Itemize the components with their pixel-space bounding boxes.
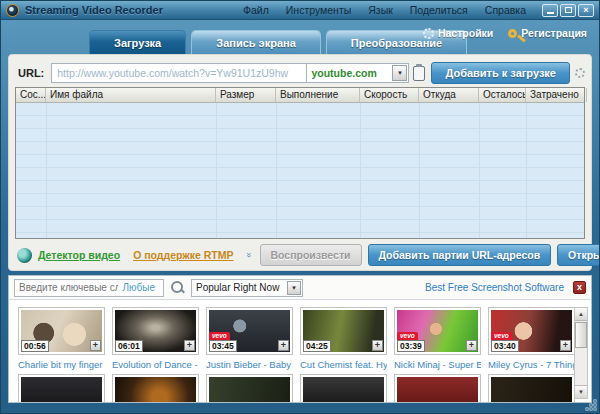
video-row-2-partial bbox=[18, 374, 571, 402]
video-title[interactable]: Justin Bieber - Baby f... bbox=[206, 359, 293, 370]
rtmp-support-link[interactable]: О поддержке RTMP bbox=[133, 249, 233, 261]
settings-label: Настройки bbox=[438, 27, 493, 39]
key-icon bbox=[508, 29, 517, 38]
search-bar: Любые Popular Right Now ▼ Best Free Scre… bbox=[9, 276, 591, 300]
column-header-filename[interactable]: Имя файла bbox=[46, 88, 216, 102]
column-header-source[interactable]: Откуда bbox=[419, 88, 479, 102]
scrollbar[interactable]: ▲ ▼ bbox=[574, 307, 588, 399]
video-thumbnail[interactable]: vevo 03:39 + bbox=[394, 307, 481, 355]
video-title[interactable]: Charlie bit my finger -... bbox=[18, 359, 105, 370]
category-selector[interactable]: Popular Right Now ▼ bbox=[191, 279, 303, 297]
url-bar: URL: youtube.com ▼ Добавить к загрузке bbox=[15, 61, 585, 85]
filter-dropdown[interactable]: Любые bbox=[122, 282, 163, 293]
column-header-progress[interactable]: Выполнение bbox=[276, 88, 360, 102]
video-browser-panel: Любые Popular Right Now ▼ Best Free Scre… bbox=[8, 275, 592, 403]
paste-icon[interactable] bbox=[413, 66, 425, 81]
menu-share[interactable]: Поделиться bbox=[410, 4, 468, 16]
video-results-area: 00:56 + Charlie bit my finger -... 06:01… bbox=[9, 300, 591, 402]
scroll-up-icon: ▲ bbox=[578, 311, 584, 317]
app-logo-icon bbox=[6, 4, 19, 17]
duration-badge: 06:01 bbox=[115, 340, 143, 352]
tab-strip: Загрузка Запись экрана Преобразование На… bbox=[1, 20, 599, 54]
ad-close-button[interactable]: x bbox=[573, 281, 586, 294]
video-card[interactable]: vevo 03:45 + Justin Bieber - Baby f... bbox=[206, 307, 293, 370]
close-icon: × bbox=[583, 6, 588, 15]
video-thumbnail[interactable]: 00:56 + bbox=[18, 307, 105, 355]
settings-button[interactable]: Настройки bbox=[423, 27, 493, 39]
add-to-download-button[interactable]: Добавить к загрузке bbox=[431, 62, 570, 84]
video-card[interactable]: vevo 03:40 + Miley Cyrus - 7 Things bbox=[488, 307, 575, 370]
download-table: Сос... Имя файла Размер Выполнение Скоро… bbox=[15, 87, 585, 239]
video-thumbnail[interactable]: 04:25 + bbox=[300, 307, 387, 355]
play-button[interactable]: Воспроизвести bbox=[260, 244, 362, 266]
registration-label: Регистрация bbox=[521, 27, 587, 39]
column-header-status[interactable]: Сос... bbox=[16, 88, 46, 102]
video-detector-link[interactable]: Детектор видео bbox=[38, 249, 120, 261]
open-folder-button[interactable]: Открыть папку bbox=[557, 244, 600, 266]
video-title[interactable]: Evolution of Dance - ... bbox=[112, 359, 199, 370]
column-header-speed[interactable]: Скорость bbox=[360, 88, 419, 102]
batch-url-button[interactable]: Добавить партии URL-адресов bbox=[368, 244, 552, 266]
table-header: Сос... Имя файла Размер Выполнение Скоро… bbox=[16, 88, 584, 103]
column-header-remaining[interactable]: Осталось bbox=[479, 88, 526, 102]
column-header-elapsed[interactable]: Затрачено bbox=[526, 88, 587, 102]
video-title[interactable]: Miley Cyrus - 7 Things bbox=[488, 359, 575, 370]
video-thumbnail[interactable] bbox=[18, 374, 105, 402]
minimize-button[interactable] bbox=[542, 4, 558, 17]
video-thumbnail[interactable]: vevo 03:45 + bbox=[206, 307, 293, 355]
menu-language[interactable]: Язык bbox=[368, 4, 393, 16]
add-video-button[interactable]: + bbox=[278, 340, 289, 351]
url-input[interactable] bbox=[51, 63, 307, 83]
ad-link[interactable]: Best Free Screenshot Software bbox=[425, 282, 564, 293]
search-icon[interactable] bbox=[171, 281, 184, 294]
video-thumbnail[interactable] bbox=[300, 374, 387, 402]
duration-badge: 03:40 bbox=[491, 340, 519, 352]
thumbnail-image bbox=[115, 377, 196, 402]
panel-footer-bar: Детектор видео О поддержке RTMP » Воспро… bbox=[15, 244, 585, 266]
scroll-down-button[interactable]: ▼ bbox=[575, 385, 587, 398]
video-detector-icon bbox=[17, 248, 32, 263]
registration-button[interactable]: Регистрация bbox=[508, 27, 587, 39]
add-video-button[interactable]: + bbox=[466, 340, 477, 351]
tab-download-label: Загрузка bbox=[114, 37, 161, 49]
close-button[interactable]: × bbox=[578, 4, 594, 17]
video-thumbnail[interactable] bbox=[112, 374, 199, 402]
collapse-panel-icon[interactable]: » bbox=[244, 252, 254, 257]
tab-download[interactable]: Загрузка bbox=[89, 30, 186, 54]
window-controls: × bbox=[542, 4, 594, 17]
search-input[interactable] bbox=[15, 282, 122, 293]
category-dropdown-button[interactable]: ▼ bbox=[287, 281, 301, 295]
thumbnail-image bbox=[491, 377, 572, 402]
scroll-up-button[interactable]: ▲ bbox=[575, 308, 587, 321]
video-thumbnail[interactable] bbox=[488, 374, 575, 402]
site-selector[interactable]: youtube.com ▼ bbox=[307, 63, 409, 83]
add-video-button[interactable]: + bbox=[372, 340, 383, 351]
tab-screen-record-label: Запись экрана bbox=[216, 37, 296, 49]
table-body-empty[interactable] bbox=[16, 103, 584, 238]
video-title[interactable]: Nicki Minaj - Super Bass bbox=[394, 359, 481, 370]
video-card[interactable]: 06:01 + Evolution of Dance - ... bbox=[112, 307, 199, 370]
scrollbar-thumb[interactable] bbox=[575, 322, 587, 348]
site-selector-dropdown-button[interactable]: ▼ bbox=[392, 65, 407, 81]
menu-file[interactable]: Файл bbox=[243, 4, 269, 16]
video-thumbnail[interactable]: 06:01 + bbox=[112, 307, 199, 355]
url-options-gear-icon[interactable] bbox=[575, 68, 585, 78]
video-card[interactable]: 04:25 + Cut Chemist feat. Hy... bbox=[300, 307, 387, 370]
column-header-size[interactable]: Размер bbox=[216, 88, 276, 102]
video-card[interactable]: 00:56 + Charlie bit my finger -... bbox=[18, 307, 105, 370]
video-thumbnail[interactable] bbox=[394, 374, 481, 402]
site-selector-value: youtube.com bbox=[307, 67, 392, 79]
video-card[interactable]: vevo 03:39 + Nicki Minaj - Super Bass bbox=[394, 307, 481, 370]
menu-help[interactable]: Справка bbox=[485, 4, 526, 16]
vevo-badge: vevo bbox=[491, 332, 512, 340]
resize-grip[interactable] bbox=[586, 400, 596, 410]
add-video-button[interactable]: + bbox=[184, 340, 195, 351]
video-thumbnail[interactable]: vevo 03:40 + bbox=[488, 307, 575, 355]
video-title[interactable]: Cut Chemist feat. Hy... bbox=[300, 359, 387, 370]
video-thumbnail[interactable] bbox=[206, 374, 293, 402]
tab-screen-record[interactable]: Запись экрана bbox=[191, 30, 321, 54]
maximize-button[interactable] bbox=[560, 4, 576, 17]
add-video-button[interactable]: + bbox=[90, 340, 101, 351]
menu-tools[interactable]: Инструменты bbox=[286, 4, 351, 16]
add-video-button[interactable]: + bbox=[560, 340, 571, 351]
